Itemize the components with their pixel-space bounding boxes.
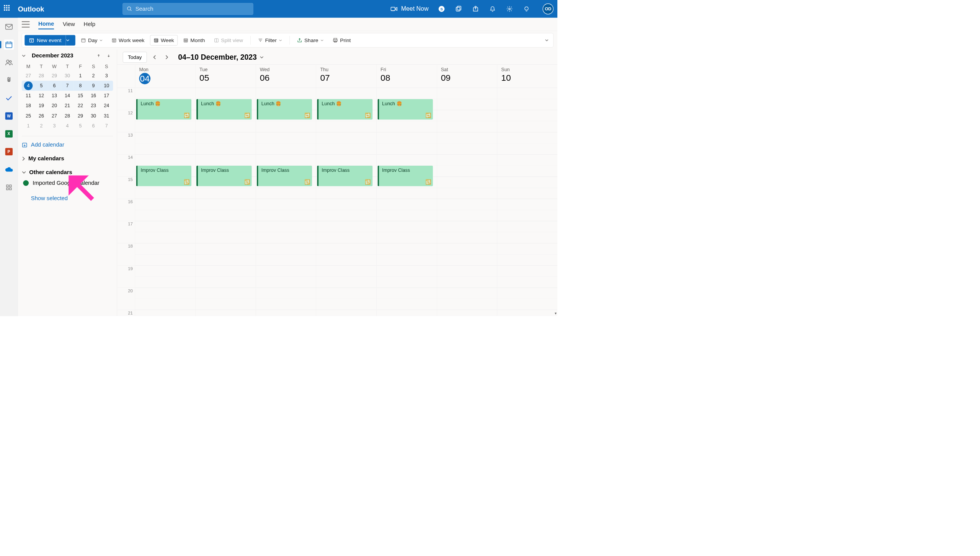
rail-todo-icon[interactable] <box>4 93 14 103</box>
print-button[interactable]: Print <box>329 35 354 46</box>
mini-day[interactable]: 31 <box>100 111 113 121</box>
mini-day[interactable]: 23 <box>87 101 100 111</box>
week-view-button[interactable]: Week <box>150 35 178 46</box>
day-header[interactable]: Mon04 <box>135 65 196 88</box>
day-column[interactable] <box>497 88 557 316</box>
event-improv[interactable]: Improv Class🔁 <box>257 166 312 186</box>
ribbon-expand-icon[interactable] <box>545 39 549 41</box>
mini-day[interactable]: 27 <box>48 111 61 121</box>
mini-day[interactable]: 28 <box>61 111 74 121</box>
mini-day[interactable]: 6 <box>87 121 100 131</box>
event-improv[interactable]: Improv Class🔁 <box>377 166 433 186</box>
mini-calendar[interactable]: MTWTFSS 27282930123456789101112131415161… <box>22 62 113 131</box>
mini-collapse-icon[interactable] <box>22 54 28 57</box>
prev-week-button[interactable] <box>150 53 159 62</box>
event-lunch[interactable]: Lunch 🍔🔁 <box>257 99 312 119</box>
event-lunch[interactable]: Lunch 🍔🔁 <box>136 99 191 119</box>
day-header[interactable]: Sat09 <box>437 65 497 88</box>
bell-icon[interactable] <box>488 5 496 13</box>
share-button[interactable]: Share <box>294 35 327 46</box>
settings-icon[interactable] <box>506 5 513 13</box>
mini-day[interactable]: 21 <box>61 101 74 111</box>
day-column[interactable]: Lunch 🍔🔁Improv Class🔁 <box>376 88 437 316</box>
tab-home[interactable]: Home <box>38 19 54 29</box>
rail-powerpoint-icon[interactable]: P <box>4 147 14 157</box>
mini-day[interactable]: 18 <box>22 101 35 111</box>
mini-day[interactable]: 17 <box>100 91 113 101</box>
date-range-label[interactable]: 04–10 December, 2023 <box>178 53 264 62</box>
day-column[interactable]: Lunch 🍔🔁Improv Class🔁 <box>256 88 316 316</box>
today-button[interactable]: Today <box>123 52 147 62</box>
teams-icon[interactable] <box>455 5 462 13</box>
tips-icon[interactable] <box>523 5 530 13</box>
next-week-button[interactable] <box>162 53 171 62</box>
mini-day[interactable]: 8 <box>74 81 87 91</box>
mini-day[interactable]: 9 <box>87 81 100 91</box>
rail-excel-icon[interactable]: X <box>4 129 14 139</box>
split-view-button[interactable]: Split view <box>211 35 247 46</box>
mini-day[interactable]: 11 <box>22 91 35 101</box>
mini-day[interactable]: 29 <box>74 111 87 121</box>
mini-day[interactable]: 22 <box>74 101 87 111</box>
mini-day[interactable]: 14 <box>61 91 74 101</box>
day-header[interactable]: Tue05 <box>195 65 256 88</box>
mini-day[interactable]: 26 <box>35 111 48 121</box>
mini-day[interactable]: 5 <box>35 81 48 91</box>
mini-day[interactable]: 3 <box>100 71 113 81</box>
scroll-down-indicator[interactable]: ▾ <box>555 311 557 316</box>
rail-word-icon[interactable]: W <box>4 111 14 121</box>
rail-people-icon[interactable] <box>4 57 14 67</box>
search-box[interactable] <box>122 3 253 15</box>
event-lunch[interactable]: Lunch 🍔🔁 <box>196 99 252 119</box>
day-view-button[interactable]: Day <box>78 35 106 46</box>
mini-day[interactable]: 24 <box>100 101 113 111</box>
mini-day[interactable]: 10 <box>100 81 113 91</box>
event-lunch[interactable]: Lunch 🍔🔁 <box>377 99 433 119</box>
meet-now-button[interactable]: Meet Now <box>390 5 428 12</box>
mini-day[interactable]: 12 <box>35 91 48 101</box>
month-view-button[interactable]: Month <box>180 35 208 46</box>
mini-day[interactable]: 19 <box>35 101 48 111</box>
mini-day[interactable]: 6 <box>48 81 61 91</box>
mini-day[interactable]: 2 <box>35 121 48 131</box>
user-avatar[interactable]: OD <box>542 3 553 14</box>
other-calendars-group[interactable]: Other calendars <box>22 169 113 176</box>
mini-day[interactable]: 25 <box>22 111 35 121</box>
day-header[interactable]: Sun10 <box>497 65 557 88</box>
calendar-item-imported[interactable]: Imported Google Calendar <box>23 179 113 186</box>
mini-day[interactable]: 30 <box>61 71 74 81</box>
day-header[interactable]: Fri08 <box>376 65 437 88</box>
rail-more-apps-icon[interactable] <box>4 183 14 192</box>
mini-day[interactable]: 20 <box>48 101 61 111</box>
mini-day[interactable]: 1 <box>74 71 87 81</box>
mini-day[interactable]: 27 <box>22 71 35 81</box>
rail-calendar-icon[interactable] <box>4 40 14 50</box>
mini-day[interactable]: 28 <box>35 71 48 81</box>
event-improv[interactable]: Improv Class🔁 <box>196 166 252 186</box>
rail-mail-icon[interactable] <box>4 22 14 32</box>
mini-day[interactable]: 7 <box>61 81 74 91</box>
mini-day[interactable]: 7 <box>100 121 113 131</box>
day-header[interactable]: Wed06 <box>256 65 316 88</box>
tab-help[interactable]: Help <box>83 20 95 29</box>
time-grid[interactable]: 1112131415161718192021Lunch 🍔🔁Improv Cla… <box>117 88 557 316</box>
tab-view[interactable]: View <box>63 20 75 29</box>
day-column[interactable] <box>437 88 497 316</box>
outbox-icon[interactable] <box>472 5 479 13</box>
day-column[interactable]: Lunch 🍔🔁Improv Class🔁 <box>316 88 377 316</box>
work-week-view-button[interactable]: Work week <box>108 35 148 46</box>
mini-day[interactable]: 2 <box>87 71 100 81</box>
mini-prev-icon[interactable] <box>97 54 103 57</box>
mini-day[interactable]: 4 <box>22 81 35 91</box>
rail-onedrive-icon[interactable] <box>4 165 14 174</box>
mini-next-icon[interactable] <box>107 54 113 57</box>
show-selected-link[interactable]: Show selected <box>31 195 113 202</box>
mini-day[interactable]: 1 <box>22 121 35 131</box>
mini-day[interactable]: 3 <box>48 121 61 131</box>
rail-files-icon[interactable] <box>4 75 14 85</box>
event-improv[interactable]: Improv Class🔁 <box>136 166 191 186</box>
mini-day[interactable]: 5 <box>74 121 87 131</box>
event-lunch[interactable]: Lunch 🍔🔁 <box>317 99 372 119</box>
search-input[interactable] <box>136 6 249 13</box>
day-column[interactable]: Lunch 🍔🔁Improv Class🔁 <box>195 88 256 316</box>
